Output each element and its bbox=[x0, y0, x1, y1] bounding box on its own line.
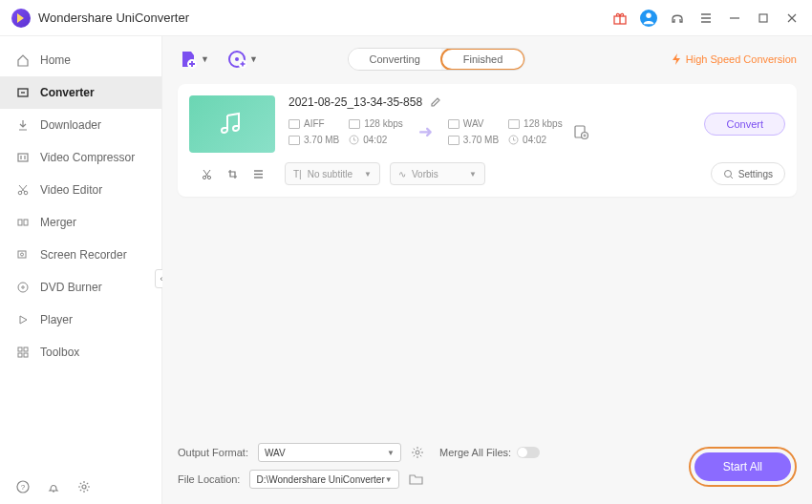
caret-down-icon: ▼ bbox=[249, 54, 258, 64]
svg-point-29 bbox=[235, 57, 239, 61]
merge-toggle[interactable] bbox=[517, 447, 540, 458]
sidebar-item-label: Downloader bbox=[40, 118, 101, 132]
gear-icon[interactable] bbox=[76, 479, 92, 494]
output-settings-icon[interactable] bbox=[572, 123, 589, 140]
sidebar-item-toolbox[interactable]: Toolbox bbox=[0, 336, 161, 368]
tab-finished[interactable]: Finished bbox=[440, 48, 526, 71]
file-location-value: D:\Wondershare UniConverter bbox=[256, 474, 384, 485]
maximize-button[interactable] bbox=[755, 10, 772, 27]
player-icon bbox=[15, 312, 31, 327]
dvd-icon bbox=[15, 280, 31, 295]
crop-icon[interactable] bbox=[226, 168, 239, 180]
convert-button[interactable]: Convert bbox=[704, 113, 785, 136]
settings-label: Settings bbox=[738, 169, 773, 179]
audio-codec-value: Vorbis bbox=[412, 169, 438, 179]
sidebar-item-converter[interactable]: Converter bbox=[0, 76, 161, 109]
svg-rect-16 bbox=[18, 251, 26, 258]
clock-icon bbox=[508, 135, 519, 145]
high-speed-label: High Speed Conversion bbox=[686, 53, 797, 65]
output-format-gear-icon[interactable] bbox=[411, 446, 424, 459]
trim-icon[interactable] bbox=[201, 168, 213, 180]
svg-rect-15 bbox=[24, 220, 28, 225]
add-dvd-button[interactable]: ▼ bbox=[226, 49, 258, 70]
edit-name-icon[interactable] bbox=[430, 96, 441, 108]
file-name: 2021-08-25_13-34-35-858 bbox=[288, 95, 422, 109]
subtitle-dropdown[interactable]: T| No subtitle ▼ bbox=[285, 162, 380, 185]
help-icon[interactable]: ? bbox=[15, 479, 31, 494]
user-avatar[interactable] bbox=[640, 10, 657, 27]
compressor-icon bbox=[15, 150, 31, 165]
more-icon[interactable] bbox=[252, 168, 265, 180]
sidebar-item-compressor[interactable]: Video Compressor bbox=[0, 141, 161, 174]
file-location-label: File Location: bbox=[178, 473, 240, 485]
sidebar-item-home[interactable]: Home bbox=[0, 44, 161, 76]
svg-rect-7 bbox=[759, 14, 767, 22]
src-format: AIFF bbox=[304, 118, 325, 129]
sidebar-item-label: Converter bbox=[40, 86, 95, 99]
svg-point-18 bbox=[18, 283, 28, 292]
svg-rect-11 bbox=[18, 154, 28, 161]
menu-icon[interactable] bbox=[697, 10, 715, 27]
minimize-button[interactable] bbox=[726, 10, 743, 27]
bitrate-icon bbox=[508, 119, 520, 129]
sidebar-item-label: Screen Recorder bbox=[40, 248, 127, 262]
svg-rect-14 bbox=[18, 220, 22, 225]
sidebar-item-recorder[interactable]: Screen Recorder bbox=[0, 239, 161, 271]
add-file-button[interactable]: ▼ bbox=[178, 49, 209, 70]
settings-button[interactable]: Settings bbox=[711, 162, 785, 185]
recorder-icon bbox=[15, 247, 31, 262]
close-button[interactable] bbox=[783, 10, 801, 27]
toolbox-icon bbox=[15, 345, 31, 360]
file-card: 2021-08-25_13-34-35-858 AIFF 3.70 MB 128… bbox=[178, 84, 797, 197]
caret-down-icon: ▼ bbox=[364, 170, 372, 178]
dst-size: 3.70 MB bbox=[463, 135, 499, 145]
sidebar-item-downloader[interactable]: Downloader bbox=[0, 109, 161, 141]
caret-down-icon: ▼ bbox=[201, 54, 209, 64]
svg-rect-23 bbox=[24, 353, 28, 357]
sidebar-item-label: Video Editor bbox=[40, 183, 102, 197]
gift-icon[interactable] bbox=[611, 10, 629, 27]
caret-down-icon: ▼ bbox=[387, 449, 395, 457]
sidebar-item-editor[interactable]: Video Editor bbox=[0, 174, 161, 206]
svg-point-41 bbox=[724, 170, 731, 177]
svg-text:?: ? bbox=[21, 483, 26, 492]
start-all-button[interactable]: Start All bbox=[694, 452, 791, 481]
svg-rect-21 bbox=[24, 347, 28, 351]
src-duration: 04:02 bbox=[363, 135, 387, 145]
size-icon bbox=[288, 136, 300, 145]
scissors-icon bbox=[15, 182, 31, 198]
svg-rect-20 bbox=[18, 347, 22, 351]
sidebar-item-label: DVD Burner bbox=[40, 281, 102, 294]
open-folder-icon[interactable] bbox=[409, 473, 423, 486]
sidebar-item-label: Home bbox=[40, 53, 71, 67]
bell-icon[interactable] bbox=[46, 479, 61, 494]
sidebar-item-dvd[interactable]: DVD Burner bbox=[0, 271, 161, 304]
home-icon bbox=[15, 52, 31, 68]
magnify-icon bbox=[723, 169, 734, 179]
headset-icon[interactable] bbox=[669, 10, 686, 27]
download-icon bbox=[15, 117, 31, 133]
high-speed-link[interactable]: High Speed Conversion bbox=[671, 52, 797, 66]
dst-bitrate: 128 kbps bbox=[524, 118, 563, 129]
subtitle-value: No subtitle bbox=[308, 169, 353, 179]
size-icon bbox=[448, 136, 459, 145]
tab-converting[interactable]: Converting bbox=[349, 49, 441, 70]
svg-point-17 bbox=[21, 253, 24, 256]
audio-codec-dropdown[interactable]: ∿ Vorbis ▼ bbox=[390, 162, 485, 185]
dst-format: WAV bbox=[463, 118, 484, 129]
sidebar-item-label: Merger bbox=[40, 216, 76, 229]
dst-duration: 04:02 bbox=[523, 135, 546, 145]
sidebar-item-player[interactable]: Player bbox=[0, 304, 161, 336]
app-title: Wondershare UniConverter bbox=[38, 10, 189, 25]
caret-down-icon: ▼ bbox=[469, 170, 477, 178]
svg-point-2 bbox=[646, 12, 651, 17]
converter-icon bbox=[15, 85, 31, 100]
output-format-label: Output Format: bbox=[178, 447, 248, 458]
output-format-dropdown[interactable]: WAV ▼ bbox=[258, 443, 401, 462]
svg-point-43 bbox=[416, 451, 419, 454]
sidebar-item-merger[interactable]: Merger bbox=[0, 206, 161, 239]
file-location-dropdown[interactable]: D:\Wondershare UniConverter ▼ bbox=[249, 470, 398, 489]
svg-point-34 bbox=[581, 133, 588, 139]
svg-rect-22 bbox=[18, 353, 22, 357]
svg-line-42 bbox=[730, 176, 733, 178]
